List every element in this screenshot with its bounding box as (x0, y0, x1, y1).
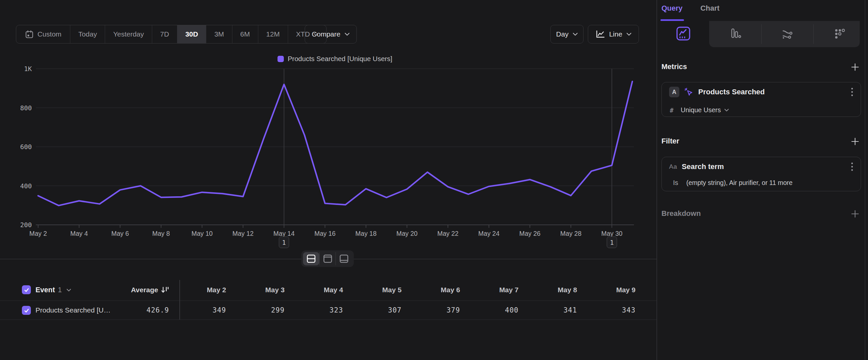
svg-text:May 26: May 26 (519, 230, 540, 237)
annotation-badge[interactable]: 1 (279, 237, 289, 248)
select-all-checkbox[interactable] (22, 285, 31, 294)
svg-text:May 14: May 14 (274, 230, 295, 237)
table-value-cell: 307 (348, 306, 402, 314)
tab-chart[interactable]: Chart (701, 4, 719, 12)
layout-toggle-group (301, 250, 354, 267)
flows-tab[interactable] (761, 21, 813, 47)
table-date-header[interactable]: May 2 (173, 286, 226, 294)
layout-table-only-button[interactable] (336, 252, 352, 265)
scrollbar-gutter (865, 0, 865, 360)
svg-text:May 12: May 12 (232, 230, 254, 237)
table-value-cell: 343 (583, 306, 636, 314)
table-date-header[interactable]: May 9 (583, 286, 636, 294)
kebab-menu-icon[interactable] (851, 87, 854, 97)
filter-heading: Filter (661, 137, 679, 145)
average-label: Average (131, 286, 158, 294)
svg-text:600: 600 (20, 143, 32, 151)
average-value: 426.9 (110, 306, 169, 314)
table-value-cell: 349 (173, 306, 226, 314)
svg-text:May 6: May 6 (112, 230, 129, 237)
row-label: Products Searched [Unique Users] (35, 306, 114, 314)
insights-line-icon (676, 26, 691, 43)
svg-text:May 28: May 28 (560, 230, 582, 237)
add-metric-button[interactable] (850, 62, 860, 72)
table-row: Products Searched [Unique Users] 426.9 3… (0, 301, 656, 320)
svg-text:May 8: May 8 (152, 230, 170, 237)
svg-text:May 18: May 18 (355, 230, 377, 237)
main-area: CustomTodayYesterday7D30D3M6M12MXTD Comp… (0, 0, 656, 360)
metric-event-name: Products Searched (698, 88, 851, 96)
table-value-cell: 323 (290, 306, 343, 314)
svg-text:May 22: May 22 (437, 230, 459, 237)
table-date-header[interactable]: May 4 (290, 286, 343, 294)
add-filter-button[interactable] (850, 137, 860, 146)
svg-text:800: 800 (20, 104, 32, 112)
svg-text:May 24: May 24 (478, 230, 500, 237)
chevron-down-icon (66, 288, 71, 292)
chart-legend: Products Searched [Unique Users] (36, 54, 634, 63)
filter-property-name: Search term (682, 162, 851, 171)
svg-text:May 16: May 16 (314, 230, 336, 237)
table-value-cell: 400 (465, 306, 519, 314)
aggregation-label: Unique Users (681, 106, 721, 114)
retention-tab[interactable] (813, 21, 865, 47)
chevron-down-icon (724, 109, 729, 112)
event-dropdown[interactable]: Event 1 (35, 286, 71, 294)
chart-canvas: 1K800600400200May 2May 4May 6May 8May 10… (0, 0, 656, 262)
flow-icon (781, 27, 794, 41)
table-value-cell: 341 (524, 306, 577, 314)
add-breakdown-button[interactable] (850, 209, 860, 219)
funnels-tab[interactable] (709, 21, 761, 47)
series-letter-badge: A (669, 87, 679, 97)
table-header-row: Event 1 Average May 2May 3May 4May 5May … (0, 279, 656, 301)
row-checkbox[interactable] (22, 306, 31, 315)
event-label-text: Event (35, 286, 55, 294)
layout-chart-only-button[interactable] (319, 252, 336, 265)
chart-type-tabs (657, 21, 865, 47)
query-panel: Query Chart Metrics (657, 0, 868, 360)
text-type-icon: Aa (669, 163, 677, 170)
svg-text:1K: 1K (24, 65, 32, 73)
kebab-menu-icon[interactable] (851, 162, 854, 172)
table-value-cell: 379 (407, 306, 460, 314)
layout-split-button[interactable] (303, 252, 319, 265)
average-sort-header[interactable]: Average (110, 286, 169, 294)
table-date-header[interactable]: May 3 (231, 286, 284, 294)
filter-value[interactable]: (empty string), Air purifier, or 11 more (686, 179, 793, 187)
annotation-badge[interactable]: 1 (607, 237, 617, 248)
filter-operator[interactable]: Is (673, 179, 686, 187)
tab-query[interactable]: Query (661, 4, 683, 12)
filter-card[interactable]: Aa Search term Is (empty string), Air pu… (661, 157, 861, 191)
sort-descending-icon (161, 286, 169, 294)
active-tab-underline (660, 19, 684, 21)
table-date-header[interactable]: May 6 (407, 286, 460, 294)
event-sparkle-cursor-icon (683, 87, 694, 97)
table-date-header[interactable]: May 7 (465, 286, 519, 294)
table-date-header[interactable]: May 5 (348, 286, 402, 294)
bar-chart-icon (729, 27, 742, 41)
legend-swatch (278, 56, 284, 62)
table-date-header[interactable]: May 8 (524, 286, 577, 294)
metric-card[interactable]: A Products Searched # Unique Users (661, 82, 861, 117)
svg-text:May 20: May 20 (396, 230, 417, 237)
svg-text:May 30: May 30 (601, 230, 622, 237)
event-count: 1 (58, 286, 62, 294)
metrics-heading: Metrics (661, 62, 687, 71)
svg-text:May 2: May 2 (29, 230, 47, 237)
svg-text:200: 200 (20, 221, 32, 229)
svg-text:May 4: May 4 (70, 230, 88, 237)
panel-tabs: Query Chart (661, 4, 719, 12)
aggregation-dropdown[interactable]: Unique Users (681, 106, 729, 114)
table-value-cell: 299 (231, 306, 284, 314)
line-chart: 1K800600400200May 2May 4May 6May 8May 10… (0, 0, 656, 262)
dots-grid-icon (833, 27, 846, 41)
legend-label: Products Searched [Unique Users] (288, 55, 393, 63)
number-icon: # (670, 107, 681, 114)
insights-tab[interactable] (657, 21, 709, 47)
breakdown-heading: Breakdown (661, 209, 701, 218)
svg-text:May 10: May 10 (191, 230, 213, 237)
svg-text:400: 400 (20, 182, 32, 190)
